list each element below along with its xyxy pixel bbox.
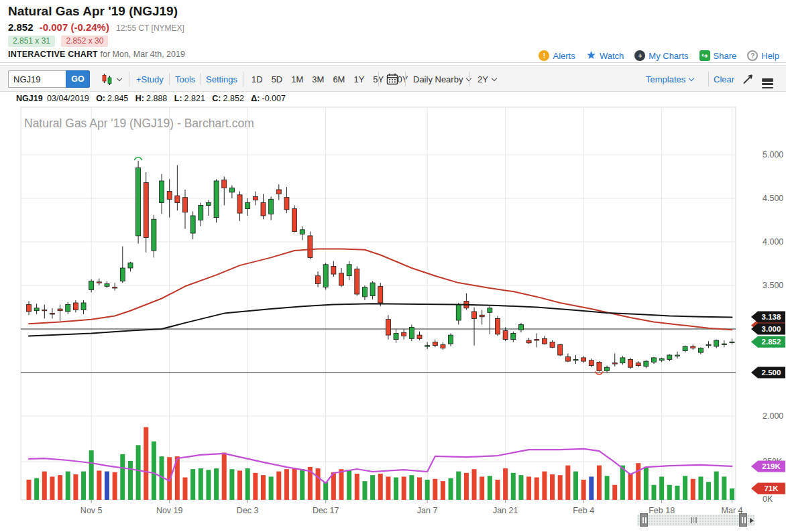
add-study-button[interactable]: +Study	[136, 66, 164, 92]
quote-time: 12:55 CT [NYMEX]	[116, 23, 184, 33]
candle	[706, 344, 711, 345]
volume-bar	[464, 473, 469, 500]
symbol-input[interactable]	[8, 70, 66, 88]
volume-bar	[300, 469, 304, 500]
templates-dropdown[interactable]: Templates	[646, 66, 693, 92]
volume-bar	[276, 472, 281, 500]
star-icon: ★	[586, 50, 596, 61]
svg-text:Jan 21: Jan 21	[493, 506, 518, 515]
range-1d[interactable]: 1D	[251, 74, 263, 84]
help-link[interactable]: ? Help	[747, 50, 779, 61]
candle	[636, 363, 640, 366]
menu-icon[interactable]	[762, 66, 773, 92]
range-6m[interactable]: 6M	[333, 74, 345, 84]
range-1m[interactable]: 1M	[291, 74, 303, 84]
go-button[interactable]: GO	[66, 70, 90, 88]
candle	[81, 303, 86, 310]
page-title: Natural Gas Apr '19 (NGJ19)	[8, 4, 178, 19]
volume-bar	[441, 481, 445, 500]
volume-bar	[628, 474, 633, 500]
volume-bar	[347, 470, 351, 500]
candle	[378, 286, 383, 303]
plus-circle-icon: +	[634, 50, 645, 61]
svg-text:Nov 5: Nov 5	[80, 506, 103, 515]
span-dropdown[interactable]: 2Y	[478, 66, 496, 92]
candle	[472, 312, 477, 318]
volume-bar	[542, 472, 547, 500]
range-5d[interactable]: 5D	[272, 74, 283, 84]
volume-bar	[214, 468, 219, 500]
bid-ask-row: 2.851 x 31 2.852 x 30	[8, 36, 112, 47]
volume-bar	[339, 469, 344, 500]
volume-bar	[449, 478, 453, 500]
candle	[433, 342, 437, 346]
candle	[605, 367, 610, 371]
draw-tool-button[interactable]	[742, 66, 754, 92]
clear-button[interactable]: Clear	[714, 66, 734, 92]
volume-bar	[526, 476, 531, 500]
svg-text:4.000: 4.000	[763, 237, 783, 247]
svg-text:Dec 3: Dec 3	[237, 506, 259, 515]
volume-bar	[511, 473, 516, 500]
scrollbar-right-arrow-icon[interactable]	[750, 518, 754, 523]
candle	[269, 199, 274, 214]
range-3m[interactable]: 3M	[312, 74, 324, 84]
alerts-link[interactable]: ! Alerts	[539, 50, 575, 61]
candle	[449, 335, 453, 344]
candle	[667, 355, 672, 360]
volume-bar	[535, 478, 539, 500]
svg-text:Feb 4: Feb 4	[573, 506, 594, 515]
scrollbar-left-handle[interactable]	[640, 513, 648, 527]
volume-bar	[81, 472, 86, 500]
candle	[58, 309, 62, 311]
volume-bar	[667, 485, 672, 500]
volume-bar	[245, 468, 250, 500]
candle	[362, 287, 367, 297]
candle	[714, 340, 719, 346]
volume-bar	[472, 469, 477, 500]
volume-bar	[89, 450, 94, 500]
page-date: for Mon, Mar 4th, 2019	[100, 50, 184, 59]
volume-bar	[722, 476, 726, 500]
my-charts-link[interactable]: + My Charts	[634, 50, 688, 61]
volume-bar	[378, 474, 383, 500]
volume-bar	[488, 476, 492, 500]
volume-bar	[496, 480, 500, 500]
volume-bar	[128, 461, 133, 500]
candle	[261, 203, 266, 216]
candle	[628, 360, 633, 368]
scrollbar-right-handle[interactable]	[739, 513, 747, 527]
candle	[97, 282, 101, 283]
candle	[316, 276, 321, 284]
volume-bar	[456, 472, 461, 500]
svg-text:3.500: 3.500	[763, 281, 783, 290]
chart-zoom-scrollbar[interactable]	[637, 515, 754, 526]
calendar-button[interactable]	[386, 66, 398, 92]
frequency-dropdown[interactable]: Daily Nearby	[413, 66, 471, 92]
watch-link[interactable]: ★ Watch	[586, 50, 624, 61]
candle	[42, 310, 47, 310]
candle	[722, 344, 726, 344]
chart-type-selector[interactable]	[101, 66, 121, 92]
volume-bar	[97, 470, 101, 500]
settings-button[interactable]: Settings	[206, 66, 237, 92]
range-1y[interactable]: 1Y	[353, 74, 364, 84]
candle	[597, 362, 602, 371]
volume-bar	[50, 476, 54, 500]
volume-bar	[730, 488, 734, 500]
svg-text:2.500: 2.500	[762, 369, 781, 377]
volume-bar	[417, 478, 422, 500]
draw-tool-icon	[742, 73, 754, 85]
candle	[175, 196, 180, 202]
candle	[89, 281, 94, 290]
scrollbar-grip-icon[interactable]	[691, 517, 699, 523]
candle	[394, 334, 398, 340]
volume-bar	[237, 470, 242, 500]
volume-bar	[698, 476, 703, 500]
volume-bar	[589, 476, 594, 500]
candlesticks	[27, 161, 735, 373]
svg-text:4.500: 4.500	[763, 194, 783, 203]
share-link[interactable]: ↪ Share	[699, 50, 737, 61]
tools-button[interactable]: Tools	[175, 66, 195, 92]
svg-text:Jan 7: Jan 7	[417, 506, 438, 515]
